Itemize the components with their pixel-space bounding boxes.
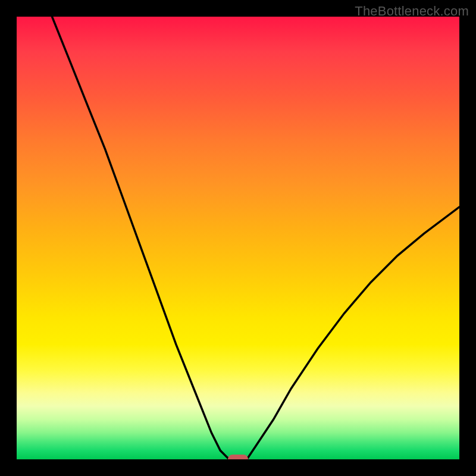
curve-right-branch (247, 207, 459, 459)
curve-svg (17, 17, 459, 459)
chart-stage: TheBottleneck.com (0, 0, 476, 476)
plot-area (17, 17, 459, 459)
watermark-text: TheBottleneck.com (355, 4, 469, 19)
curve-left-branch (52, 17, 230, 459)
min-marker (228, 455, 248, 459)
